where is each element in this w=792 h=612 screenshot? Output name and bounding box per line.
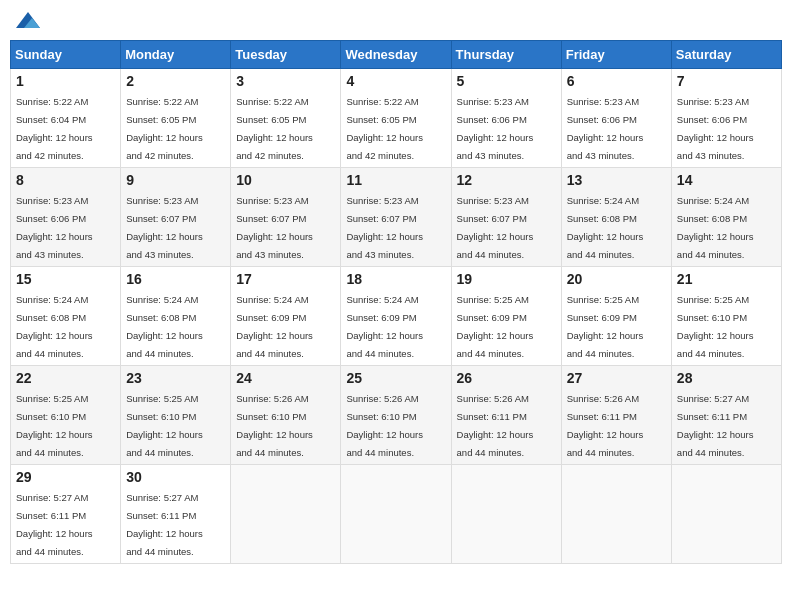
day-number: 29 (16, 469, 115, 485)
day-info: Sunrise: 5:23 AMSunset: 6:07 PMDaylight:… (457, 195, 534, 260)
day-info: Sunrise: 5:27 AMSunset: 6:11 PMDaylight:… (126, 492, 203, 557)
day-number: 1 (16, 73, 115, 89)
day-number: 11 (346, 172, 445, 188)
day-info: Sunrise: 5:25 AMSunset: 6:09 PMDaylight:… (567, 294, 644, 359)
day-info: Sunrise: 5:24 AMSunset: 6:08 PMDaylight:… (126, 294, 203, 359)
day-number: 17 (236, 271, 335, 287)
calendar-cell: 4 Sunrise: 5:22 AMSunset: 6:05 PMDayligh… (341, 69, 451, 168)
day-number: 6 (567, 73, 666, 89)
day-info: Sunrise: 5:23 AMSunset: 6:06 PMDaylight:… (457, 96, 534, 161)
day-number: 5 (457, 73, 556, 89)
calendar-cell: 9 Sunrise: 5:23 AMSunset: 6:07 PMDayligh… (121, 168, 231, 267)
day-info: Sunrise: 5:26 AMSunset: 6:11 PMDaylight:… (457, 393, 534, 458)
day-number: 19 (457, 271, 556, 287)
calendar-cell: 26 Sunrise: 5:26 AMSunset: 6:11 PMDaylig… (451, 366, 561, 465)
day-number: 20 (567, 271, 666, 287)
day-info: Sunrise: 5:25 AMSunset: 6:10 PMDaylight:… (677, 294, 754, 359)
day-number: 4 (346, 73, 445, 89)
day-number: 27 (567, 370, 666, 386)
weekday-header-sunday: Sunday (11, 41, 121, 69)
calendar-cell: 5 Sunrise: 5:23 AMSunset: 6:06 PMDayligh… (451, 69, 561, 168)
day-info: Sunrise: 5:23 AMSunset: 6:06 PMDaylight:… (677, 96, 754, 161)
weekday-header-saturday: Saturday (671, 41, 781, 69)
day-number: 16 (126, 271, 225, 287)
day-number: 3 (236, 73, 335, 89)
day-number: 30 (126, 469, 225, 485)
weekday-header-tuesday: Tuesday (231, 41, 341, 69)
calendar-cell: 17 Sunrise: 5:24 AMSunset: 6:09 PMDaylig… (231, 267, 341, 366)
weekday-header-thursday: Thursday (451, 41, 561, 69)
day-number: 22 (16, 370, 115, 386)
weekday-header-friday: Friday (561, 41, 671, 69)
calendar-cell: 7 Sunrise: 5:23 AMSunset: 6:06 PMDayligh… (671, 69, 781, 168)
day-info: Sunrise: 5:24 AMSunset: 6:09 PMDaylight:… (236, 294, 313, 359)
logo-icon (14, 10, 42, 32)
calendar-cell: 3 Sunrise: 5:22 AMSunset: 6:05 PMDayligh… (231, 69, 341, 168)
day-info: Sunrise: 5:22 AMSunset: 6:05 PMDaylight:… (236, 96, 313, 161)
day-info: Sunrise: 5:22 AMSunset: 6:05 PMDaylight:… (346, 96, 423, 161)
day-number: 24 (236, 370, 335, 386)
day-number: 13 (567, 172, 666, 188)
calendar-cell: 6 Sunrise: 5:23 AMSunset: 6:06 PMDayligh… (561, 69, 671, 168)
calendar-cell: 14 Sunrise: 5:24 AMSunset: 6:08 PMDaylig… (671, 168, 781, 267)
day-number: 21 (677, 271, 776, 287)
day-info: Sunrise: 5:25 AMSunset: 6:10 PMDaylight:… (126, 393, 203, 458)
calendar-cell: 25 Sunrise: 5:26 AMSunset: 6:10 PMDaylig… (341, 366, 451, 465)
day-info: Sunrise: 5:23 AMSunset: 6:07 PMDaylight:… (126, 195, 203, 260)
day-number: 28 (677, 370, 776, 386)
day-number: 2 (126, 73, 225, 89)
calendar-cell (231, 465, 341, 564)
day-info: Sunrise: 5:26 AMSunset: 6:11 PMDaylight:… (567, 393, 644, 458)
day-number: 7 (677, 73, 776, 89)
day-info: Sunrise: 5:27 AMSunset: 6:11 PMDaylight:… (677, 393, 754, 458)
calendar-cell: 23 Sunrise: 5:25 AMSunset: 6:10 PMDaylig… (121, 366, 231, 465)
calendar-cell: 18 Sunrise: 5:24 AMSunset: 6:09 PMDaylig… (341, 267, 451, 366)
calendar-cell: 27 Sunrise: 5:26 AMSunset: 6:11 PMDaylig… (561, 366, 671, 465)
day-info: Sunrise: 5:23 AMSunset: 6:07 PMDaylight:… (346, 195, 423, 260)
day-number: 8 (16, 172, 115, 188)
day-info: Sunrise: 5:24 AMSunset: 6:08 PMDaylight:… (567, 195, 644, 260)
calendar-cell: 2 Sunrise: 5:22 AMSunset: 6:05 PMDayligh… (121, 69, 231, 168)
weekday-header-monday: Monday (121, 41, 231, 69)
calendar-cell: 29 Sunrise: 5:27 AMSunset: 6:11 PMDaylig… (11, 465, 121, 564)
calendar-cell: 11 Sunrise: 5:23 AMSunset: 6:07 PMDaylig… (341, 168, 451, 267)
calendar-cell: 22 Sunrise: 5:25 AMSunset: 6:10 PMDaylig… (11, 366, 121, 465)
day-info: Sunrise: 5:27 AMSunset: 6:11 PMDaylight:… (16, 492, 93, 557)
weekday-header-wednesday: Wednesday (341, 41, 451, 69)
calendar-cell: 20 Sunrise: 5:25 AMSunset: 6:09 PMDaylig… (561, 267, 671, 366)
day-info: Sunrise: 5:26 AMSunset: 6:10 PMDaylight:… (346, 393, 423, 458)
day-number: 12 (457, 172, 556, 188)
calendar: SundayMondayTuesdayWednesdayThursdayFrid… (10, 40, 782, 564)
calendar-cell (671, 465, 781, 564)
calendar-cell: 30 Sunrise: 5:27 AMSunset: 6:11 PMDaylig… (121, 465, 231, 564)
day-info: Sunrise: 5:23 AMSunset: 6:06 PMDaylight:… (16, 195, 93, 260)
calendar-cell: 13 Sunrise: 5:24 AMSunset: 6:08 PMDaylig… (561, 168, 671, 267)
day-info: Sunrise: 5:26 AMSunset: 6:10 PMDaylight:… (236, 393, 313, 458)
calendar-cell: 1 Sunrise: 5:22 AMSunset: 6:04 PMDayligh… (11, 69, 121, 168)
calendar-cell: 28 Sunrise: 5:27 AMSunset: 6:11 PMDaylig… (671, 366, 781, 465)
day-number: 25 (346, 370, 445, 386)
day-number: 9 (126, 172, 225, 188)
day-info: Sunrise: 5:25 AMSunset: 6:10 PMDaylight:… (16, 393, 93, 458)
day-info: Sunrise: 5:23 AMSunset: 6:06 PMDaylight:… (567, 96, 644, 161)
calendar-cell: 8 Sunrise: 5:23 AMSunset: 6:06 PMDayligh… (11, 168, 121, 267)
calendar-cell: 10 Sunrise: 5:23 AMSunset: 6:07 PMDaylig… (231, 168, 341, 267)
calendar-cell (341, 465, 451, 564)
calendar-cell (451, 465, 561, 564)
header (10, 10, 782, 32)
calendar-cell: 24 Sunrise: 5:26 AMSunset: 6:10 PMDaylig… (231, 366, 341, 465)
day-number: 26 (457, 370, 556, 386)
day-number: 14 (677, 172, 776, 188)
day-info: Sunrise: 5:24 AMSunset: 6:08 PMDaylight:… (677, 195, 754, 260)
calendar-cell: 19 Sunrise: 5:25 AMSunset: 6:09 PMDaylig… (451, 267, 561, 366)
day-info: Sunrise: 5:23 AMSunset: 6:07 PMDaylight:… (236, 195, 313, 260)
day-info: Sunrise: 5:22 AMSunset: 6:04 PMDaylight:… (16, 96, 93, 161)
day-number: 10 (236, 172, 335, 188)
day-number: 15 (16, 271, 115, 287)
day-number: 23 (126, 370, 225, 386)
logo (14, 10, 46, 32)
day-info: Sunrise: 5:22 AMSunset: 6:05 PMDaylight:… (126, 96, 203, 161)
calendar-cell: 12 Sunrise: 5:23 AMSunset: 6:07 PMDaylig… (451, 168, 561, 267)
calendar-cell (561, 465, 671, 564)
day-number: 18 (346, 271, 445, 287)
